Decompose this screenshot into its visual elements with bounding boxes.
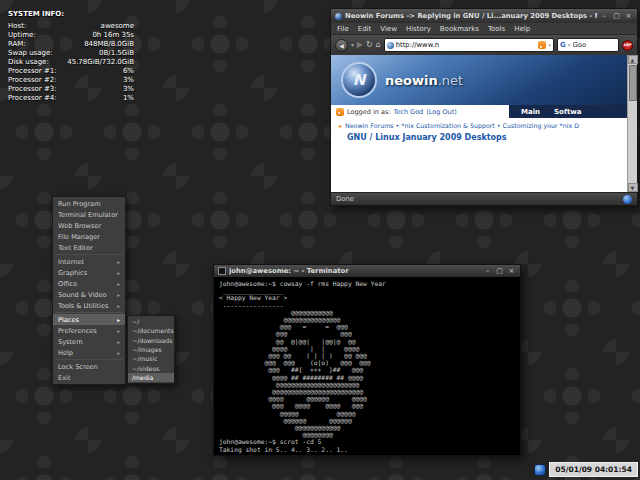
- reload-icon[interactable]: ↻: [366, 41, 373, 49]
- nav-link-software[interactable]: Softwa: [554, 108, 581, 116]
- menu-item-exit[interactable]: Exit: [53, 372, 125, 383]
- info-value: 6%: [123, 67, 134, 76]
- minimize-button[interactable]: –: [483, 266, 492, 276]
- menubar-item-bookmarks[interactable]: Bookmarks: [440, 25, 479, 33]
- submenu-item-music[interactable]: ~/music: [128, 354, 174, 363]
- close-button[interactable]: ×: [507, 266, 516, 276]
- info-row: Processor #2:3%: [8, 76, 134, 85]
- menu-item-help[interactable]: Help▸: [53, 347, 125, 358]
- menu-item-file-manager[interactable]: File Manager: [53, 231, 125, 242]
- menu-item-tools-utilities[interactable]: Tools & Utilities▸: [53, 300, 125, 311]
- minimize-button[interactable]: –: [600, 11, 609, 21]
- logout-link[interactable]: (Log Out): [426, 108, 457, 116]
- submenu-arrow-icon: ▸: [117, 281, 120, 287]
- menu-item-label: Sound & Video: [58, 291, 117, 299]
- menu-item-internet[interactable]: Internet▸: [53, 256, 125, 267]
- home-icon[interactable]: ⌂: [376, 41, 381, 49]
- search-engine-dropdown-icon[interactable]: ▾: [568, 42, 571, 48]
- menu-item-run-program[interactable]: Run Program: [53, 198, 125, 209]
- menubar-item-help[interactable]: Help: [514, 25, 530, 33]
- breadcrumb-arrow-icon: ▸: [339, 122, 342, 129]
- firefox-titlebar[interactable]: Neowin Forums -> Replying in GNU / Li...…: [331, 9, 637, 23]
- system-info-title: SYSTEM INFO:: [8, 10, 134, 19]
- maximize-button[interactable]: ▢: [612, 11, 621, 21]
- info-row: Processor #1:6%: [8, 67, 134, 76]
- menubar-item-tools[interactable]: Tools: [488, 25, 505, 33]
- menu-item-terminal-emulator[interactable]: Terminal Emulator: [53, 209, 125, 220]
- login-prefix: Logged in as:: [347, 108, 390, 116]
- adblock-plus-icon[interactable]: ABP: [622, 40, 633, 51]
- neowin-banner: N neowin.net: [331, 55, 627, 105]
- maximize-button[interactable]: ▢: [495, 266, 504, 276]
- submenu-item-documents[interactable]: ~/documents: [128, 326, 174, 335]
- menu-item-label: Run Program: [58, 200, 120, 208]
- info-label: RAM:: [8, 40, 26, 49]
- rss-icon[interactable]: [336, 108, 344, 116]
- info-value: 848MB/8.0GiB: [84, 40, 134, 49]
- site-brand: neowin.net: [385, 73, 463, 88]
- statusbar-extension-icon[interactable]: [623, 195, 632, 204]
- neowin-logo: N: [341, 62, 377, 98]
- search-input[interactable]: [573, 41, 616, 49]
- url-bar[interactable]: ▾: [384, 38, 554, 52]
- info-row: Swap usage:0B/1.5GiB: [8, 49, 134, 58]
- menu-item-text-editor[interactable]: Text Editor: [53, 242, 125, 253]
- systray-icon[interactable]: [534, 464, 546, 476]
- firefox-window-icon: [335, 13, 342, 20]
- back-history-dropdown-icon[interactable]: ▾: [351, 42, 354, 48]
- menu-item-office[interactable]: Office▸: [53, 278, 125, 289]
- search-bar[interactable]: G ▾: [557, 38, 619, 52]
- scroll-up-icon[interactable]: ▲: [628, 55, 638, 64]
- menu-item-label: System: [58, 338, 117, 346]
- thread-title[interactable]: GNU / Linux January 2009 Desktops: [331, 130, 627, 142]
- back-icon: ◀: [339, 42, 344, 49]
- window-title: Neowin Forums -> Replying in GNU / Li...…: [345, 12, 597, 20]
- system-info-widget: SYSTEM INFO: Host:awesome Uptime:0h 16m …: [8, 10, 134, 103]
- nav-link-main[interactable]: Main: [521, 108, 540, 116]
- info-label: Disk usage:: [8, 58, 49, 67]
- terminal-titlebar[interactable]: john@awesome: ~ - Terminator – ▢ ×: [214, 265, 520, 277]
- google-search-engine-icon[interactable]: G: [560, 41, 566, 49]
- scrollbar[interactable]: ▲ ▼: [627, 55, 637, 192]
- site-favicon: [387, 42, 394, 49]
- submenu-item-downloads[interactable]: ~/downloads: [128, 336, 174, 345]
- terminal-output: john@awesome:~$ cowsay -f rms Happy New …: [219, 280, 515, 453]
- menubar-item-file[interactable]: File: [337, 25, 349, 33]
- menu-item-places[interactable]: Places▸: [53, 314, 125, 325]
- clock: 05/01/09 04:01:54: [549, 462, 638, 477]
- forward-icon[interactable]: ▶: [357, 41, 363, 49]
- url-input[interactable]: [396, 41, 537, 49]
- username-link[interactable]: Tech God: [393, 108, 423, 116]
- submenu-item-images[interactable]: ~/images: [128, 345, 174, 354]
- scroll-down-icon[interactable]: ▼: [628, 183, 638, 192]
- info-row: Processor #4:1%: [8, 94, 134, 103]
- close-button[interactable]: ×: [624, 11, 633, 21]
- menu-item-preferences[interactable]: Preferences▸: [53, 325, 125, 336]
- menubar-item-edit[interactable]: Edit: [358, 25, 372, 33]
- terminal-viewport[interactable]: john@awesome:~$ cowsay -f rms Happy New …: [214, 277, 520, 455]
- info-label: Processor #3:: [8, 85, 57, 94]
- submenu-item-videos[interactable]: ~/videos: [128, 363, 174, 372]
- menu-item-label: Internet: [58, 258, 117, 266]
- status-text: Done: [336, 195, 623, 203]
- menu-item-graphics[interactable]: Graphics▸: [53, 267, 125, 278]
- menubar-item-history[interactable]: History: [406, 25, 431, 33]
- menu-item-label: Help: [58, 349, 117, 357]
- submenu-item-media[interactable]: /media: [128, 373, 174, 382]
- menu-item-lock-screen[interactable]: Lock Screen: [53, 361, 125, 372]
- menu-item-web-browser[interactable]: Web Browser: [53, 220, 125, 231]
- menu-item-sound-video[interactable]: Sound & Video▸: [53, 289, 125, 300]
- submenu-arrow-icon: ▸: [117, 339, 120, 345]
- breadcrumb-trail[interactable]: Neowin Forums • *nix Customization & Sup…: [345, 122, 579, 129]
- menu-separator: [55, 254, 123, 255]
- url-dropdown-icon[interactable]: ▾: [548, 42, 551, 48]
- info-value: 3%: [123, 76, 134, 85]
- scrollbar-thumb[interactable]: [629, 65, 637, 101]
- rss-feed-icon[interactable]: [538, 41, 546, 49]
- submenu-item-home[interactable]: ~/: [128, 317, 174, 326]
- back-button[interactable]: ◀: [335, 39, 348, 52]
- page-body: [331, 142, 627, 192]
- menu-item-system[interactable]: System▸: [53, 336, 125, 347]
- info-value: awesome: [101, 22, 134, 31]
- menubar-item-view[interactable]: View: [380, 25, 397, 33]
